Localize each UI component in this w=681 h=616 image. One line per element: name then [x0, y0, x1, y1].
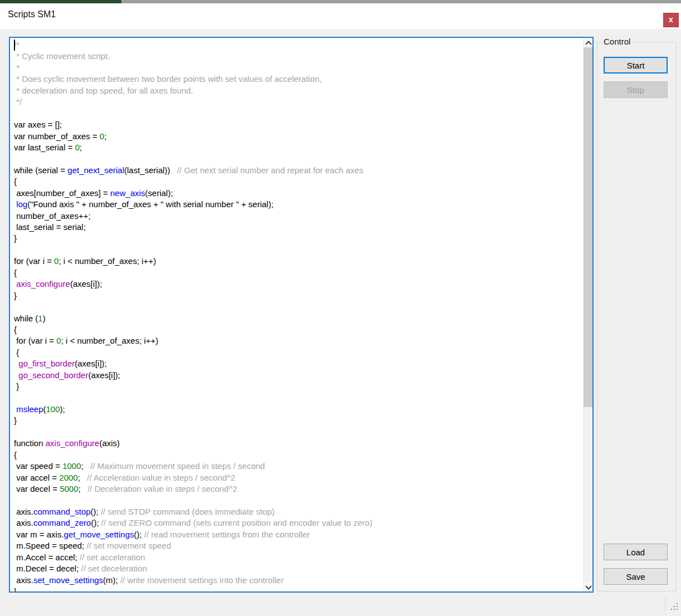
code-line: function axis_configure(axis) [14, 438, 583, 449]
code-line: { [14, 267, 583, 278]
scripts-window: Scripts SM1 x /* * Cyclic movement scrip… [0, 0, 681, 616]
code-line [14, 393, 583, 404]
code-line: number_of_axes++; [14, 211, 583, 222]
editor-scrollbar[interactable] [583, 38, 592, 591]
code-line: } [14, 290, 583, 301]
code-line: go_second_border(axes[i]); [14, 370, 583, 381]
code-line: } [14, 233, 583, 244]
code-line: while (1) [14, 313, 583, 324]
code-content[interactable]: /* * Cyclic movement script. * * Does cy… [10, 38, 583, 591]
save-button[interactable]: Save [604, 568, 668, 585]
text-caret [14, 40, 15, 51]
code-line: var number_of_axes = 0; [14, 131, 583, 142]
code-line: } [14, 415, 583, 426]
code-line: var speed = 1000; // Maximum movement sp… [14, 461, 583, 472]
code-line: } [14, 586, 583, 591]
code-line [14, 245, 583, 256]
code-line: * Cyclic movement script. [14, 51, 583, 62]
title-bar: Scripts SM1 x [0, 3, 681, 29]
code-line: axis.command_zero(); // send ZERO comman… [14, 517, 583, 529]
code-line: axis_configure(axes[i]); [14, 278, 583, 290]
scrollbar-track[interactable] [584, 47, 592, 582]
code-line: } [14, 381, 583, 392]
script-editor[interactable]: /* * Cyclic movement script. * * Does cy… [9, 37, 594, 593]
control-group-label: Control [601, 37, 633, 46]
code-line: for (var i = 0; i < number_of_axes; i++) [14, 256, 583, 267]
code-line: go_first_border(axes[i]); [14, 358, 583, 369]
code-line: m.Decel = decel; // set deceleration [14, 563, 583, 574]
start-button[interactable]: Start [604, 57, 668, 74]
code-line: while (serial = get_next_serial(last_ser… [14, 165, 583, 176]
code-line: * [14, 62, 583, 74]
code-line: { [14, 176, 583, 187]
scrollbar-up-button[interactable] [584, 38, 592, 47]
code-line: { [14, 347, 583, 358]
scrollbar-thumb[interactable] [584, 47, 592, 407]
code-line: axis.set_move_settings(m); // write move… [14, 575, 583, 586]
stop-button[interactable]: Stop [604, 81, 668, 98]
load-button[interactable]: Load [604, 544, 668, 560]
code-line: axes[number_of_axes] = new_axis(serial); [14, 188, 583, 199]
close-icon: x [669, 16, 673, 23]
code-line: * deceleration and top speed, for all ax… [14, 85, 583, 96]
code-line: var decel = 5000; // Deceleration value … [14, 483, 583, 495]
resize-grip[interactable] [671, 603, 672, 604]
code-line: last_serial = serial; [14, 222, 583, 233]
code-line: var accel = 2000; // Acceleration value … [14, 472, 583, 483]
code-line: /* [14, 40, 583, 51]
code-line [14, 301, 583, 312]
statusbar-separator [665, 597, 665, 612]
code-line: var last_serial = 0; [14, 142, 583, 153]
code-line: { [14, 449, 583, 461]
code-line [14, 427, 583, 438]
code-line: { [14, 324, 583, 335]
code-line: m.Accel = accel; // set acceleration [14, 552, 583, 563]
window-title: Scripts SM1 [8, 9, 56, 19]
code-line: log("Found axis " + number_of_axes + " w… [14, 199, 583, 210]
code-line: var m = axis.get_move_settings(); // rea… [14, 529, 583, 540]
code-line [14, 153, 583, 164]
code-line: m.Speed = speed; // set movement speed [14, 540, 583, 551]
code-line: * Does cyclic movement between two borde… [14, 74, 583, 85]
code-line: var axes = []; [14, 119, 583, 130]
control-groupbox: Control Start Stop Load Save [597, 42, 677, 591]
chevron-down-icon [585, 583, 591, 589]
code-line: msleep(100); [14, 404, 583, 415]
code-line: for (var i = 0; i < number_of_axes; i++) [14, 335, 583, 346]
code-line [14, 495, 583, 506]
code-line [14, 108, 583, 119]
close-button[interactable]: x [663, 13, 679, 27]
chevron-up-icon [585, 41, 591, 47]
code-line: */ [14, 96, 583, 107]
code-line: axis.command_stop(); // send STOP comman… [14, 506, 583, 517]
scrollbar-down-button[interactable] [584, 582, 592, 591]
